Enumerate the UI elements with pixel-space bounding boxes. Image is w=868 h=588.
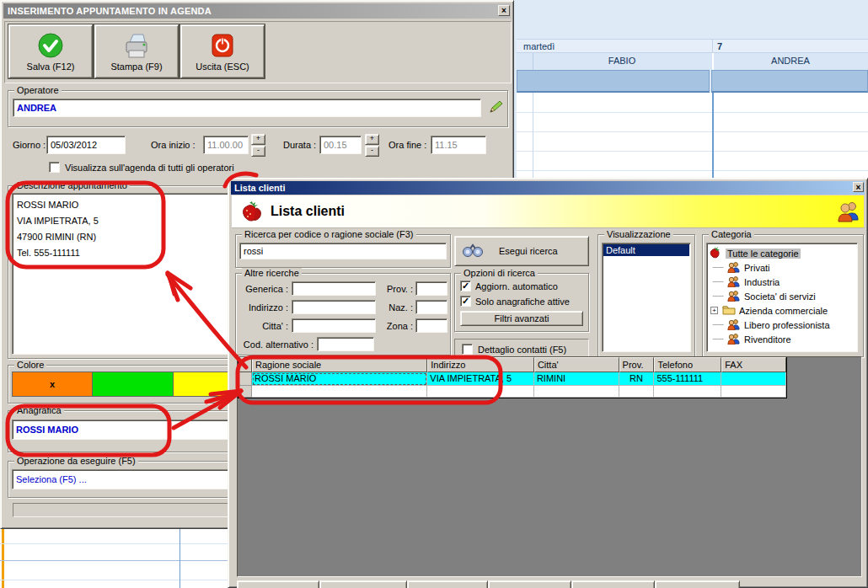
results-grid: Ragione sociale Indirizzo Citta' Prov. T… [237, 356, 862, 577]
cell-telefono[interactable]: 555-111111 [654, 372, 721, 386]
pencil-icon[interactable] [487, 99, 504, 117]
power-off-icon [181, 32, 264, 59]
generica-input[interactable] [292, 281, 376, 296]
printer-icon [95, 32, 178, 59]
table-row-empty[interactable] [238, 386, 786, 398]
column-header[interactable]: Citta' [534, 357, 619, 372]
cell-indirizzo[interactable]: VIA IMPIETRATA, 5 [427, 372, 534, 386]
save-button-label: Salva (F12) [9, 61, 92, 72]
close-icon[interactable]: × [498, 5, 510, 16]
bottom-bar-button[interactable] [488, 580, 571, 588]
clients-people-icon[interactable] [837, 200, 860, 225]
cell-prov[interactable]: RN [619, 372, 655, 386]
filtri-avanzati-button[interactable]: Filtri avanzati [460, 311, 583, 326]
cell-fax[interactable] [721, 372, 786, 386]
row-selector-header[interactable] [238, 357, 252, 372]
divider [712, 40, 713, 54]
tree-expand-icon[interactable]: + [710, 307, 718, 314]
bottom-bar-button[interactable] [237, 580, 319, 588]
categoria-tree[interactable]: Tutte le categorie ┄┄ Privati ┄┄ Industr… [706, 243, 858, 352]
prov-input[interactable] [415, 281, 447, 296]
save-button[interactable]: Salva (F12) [8, 24, 93, 78]
altre-ricerche-group: Altre ricerche Generica : Indirizzo : Ci… [235, 273, 451, 355]
giorno-field[interactable]: 05/03/2012 [46, 136, 126, 154]
solo-anagrafiche-checkbox[interactable]: ✓ [460, 296, 471, 307]
print-button[interactable]: Stampa (F9) [94, 24, 179, 78]
citta-input[interactable] [292, 318, 376, 333]
operatore-field[interactable]: ANDREA [13, 99, 481, 117]
solo-anagrafiche-label: Solo anagrafiche attive [475, 297, 570, 307]
tree-item-tutte[interactable]: Tutte le categorie [709, 246, 855, 260]
agenda-day-row: martedì 7 [517, 39, 868, 53]
search-execute-button[interactable]: Esegui ricerca [454, 236, 589, 266]
dialog-title: INSERIMENTO APPUNTAMENTO IN AGENDA [8, 6, 212, 16]
column-header[interactable]: Prov. [619, 357, 655, 372]
cod-alternativo-input[interactable] [317, 337, 374, 351]
agenda-allday-cell[interactable] [517, 70, 710, 93]
agenda-grid[interactable] [517, 93, 868, 178]
tree-item-label: Azienda commerciale [739, 306, 828, 316]
binoculars-icon [462, 243, 484, 260]
tree-item-azienda[interactable]: + Azienda commerciale [709, 303, 855, 318]
aggiorn-automatico-checkbox[interactable]: ✓ [460, 281, 471, 291]
visualizzazione-selected-item[interactable]: Default [603, 244, 689, 256]
bottom-bar-button[interactable] [571, 580, 655, 588]
visualizza-checkbox[interactable] [49, 162, 60, 173]
agenda-day-number: 7 [717, 41, 722, 51]
agenda-allday-cell[interactable] [711, 70, 868, 93]
cell-ragione-sociale[interactable]: ROSSI MARIO [252, 372, 427, 386]
cell-citta[interactable]: RIMINI [534, 372, 619, 386]
giorno-label: Giorno : [13, 140, 46, 150]
zona-label: Zona : [381, 321, 413, 331]
search-input[interactable]: rossi [239, 243, 447, 259]
dettaglio-contatti-checkbox[interactable] [462, 344, 473, 355]
ora-inizio-down-button[interactable]: - [251, 146, 265, 157]
people-icon [727, 261, 741, 275]
column-header[interactable]: Ragione sociale [252, 357, 427, 372]
durata-up-button[interactable]: + [365, 134, 379, 145]
client-list-titlebar[interactable]: Lista clienti [231, 181, 865, 195]
people-icon [727, 275, 741, 289]
generica-label: Generica : [238, 284, 288, 294]
naz-label: Naz. : [381, 302, 413, 313]
bottom-bar-button[interactable] [407, 580, 488, 588]
tree-item-privati[interactable]: ┄┄ Privati [709, 260, 855, 275]
zona-input[interactable] [415, 318, 447, 333]
color-swatch-orange[interactable]: x [12, 372, 93, 397]
tree-item-label: Libero professionista [744, 320, 830, 330]
row-selector[interactable] [238, 372, 252, 386]
toolbar: Salva (F12) Stampa (F9) Uscita (ESC) [4, 21, 512, 83]
prov-label: Prov. : [381, 284, 413, 294]
tree-item-societa[interactable]: ┄┄ Societa' di servizi [709, 289, 855, 303]
operazione-group-label: Operazione da eseguire (F5) [14, 456, 138, 466]
column-header[interactable]: FAX [721, 357, 786, 372]
tree-item-industria[interactable]: ┄┄ Industria [709, 275, 855, 289]
tree-item-rivenditore[interactable]: ┄┄ Rivenditore [709, 332, 855, 346]
table-row-selected[interactable]: ROSSI MARIO VIA IMPIETRATA, 5 RIMINI RN … [238, 372, 786, 386]
altre-ricerche-label: Altre ricerche [242, 268, 302, 278]
naz-input[interactable] [415, 300, 447, 314]
agenda-operator-right[interactable]: ANDREA [713, 56, 868, 66]
indirizzo-input[interactable] [292, 300, 376, 314]
opzioni-ricerca-label: Opzioni di ricerca [461, 268, 538, 278]
ora-inizio-up-button[interactable]: + [251, 134, 265, 145]
agenda-operator-row: FABIO ANDREA [517, 53, 868, 70]
ora-fine-field[interactable]: 11.15 [431, 136, 486, 154]
durata-down-button[interactable]: - [365, 146, 379, 157]
ora-inizio-field[interactable]: 11.00.00 [203, 136, 249, 154]
dialog-titlebar[interactable]: INSERIMENTO APPUNTAMENTO IN AGENDA [3, 3, 511, 19]
agenda-operator-left[interactable]: FABIO [533, 56, 710, 66]
bottom-bar-button[interactable] [655, 580, 740, 588]
visualizzazione-listbox[interactable]: Default [602, 243, 691, 352]
durata-field[interactable]: 00.15 [319, 136, 362, 154]
color-swatch-green[interactable] [93, 372, 174, 397]
tree-item-libero[interactable]: ┄┄ Libero professionista [709, 318, 855, 332]
citta-label: Citta' : [238, 321, 288, 331]
bottom-bar-button[interactable] [319, 580, 407, 588]
visualizza-checkbox-label: Visualizza sull'agenda di tutti gli oper… [65, 163, 234, 173]
tree-item-label: Industria [744, 277, 780, 287]
exit-button[interactable]: Uscita (ESC) [180, 24, 265, 78]
column-header[interactable]: Indirizzo [427, 357, 534, 372]
close-icon[interactable]: × [853, 182, 864, 192]
column-header[interactable]: Telefono [654, 357, 721, 372]
